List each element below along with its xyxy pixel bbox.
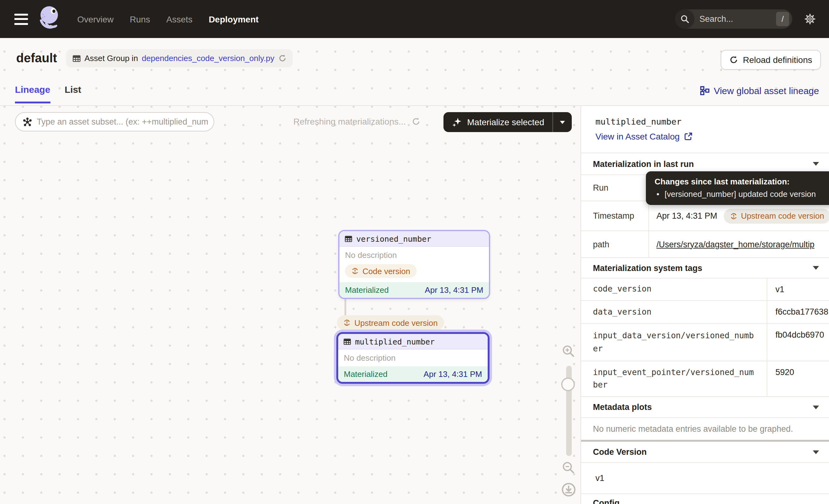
tag-value: f6ccba177638	[767, 301, 829, 323]
tooltip-title: Changes since last materialization:	[655, 177, 825, 186]
asset-node-name: multiplied_number	[355, 337, 435, 346]
asset-node-multiplied-number[interactable]: multiplied_number No description Materia…	[336, 332, 490, 384]
code-location-link[interactable]: dependencies_code_version_only.py	[142, 53, 274, 63]
row-label: path	[581, 231, 649, 257]
section-label: Metadata plots	[593, 402, 652, 412]
reload-definitions-label: Reload definitions	[743, 55, 812, 65]
asset-subset-placeholder: Type an asset subset... (ex: ++multiplie…	[37, 117, 208, 127]
table-icon	[72, 54, 81, 63]
refreshing-status-label: Refreshing materializations...	[293, 116, 406, 127]
download-view-icon[interactable]	[561, 482, 576, 497]
code-version-tag: Code version	[345, 264, 417, 278]
tag-row-input-event-pointer: input_event_pointer/versioned_number 592…	[581, 361, 829, 396]
materialized-timestamp: Apr 13, 4:31 PM	[424, 369, 482, 379]
tag-value: 5920	[767, 361, 829, 396]
row-label: Timestamp	[581, 201, 649, 230]
code-version-value: v1	[581, 462, 829, 494]
tag-key: input_data_version/versioned_number	[581, 324, 767, 361]
reload-location-icon[interactable]	[278, 54, 286, 62]
view-global-asset-lineage-link[interactable]: View global asset lineage	[700, 85, 819, 96]
zoom-controls	[556, 106, 580, 504]
tag-row-input-data-version: input_data_version/versioned_number fb04…	[581, 323, 829, 361]
dagster-logo-icon[interactable]	[36, 3, 64, 35]
asset-graph-icon	[23, 117, 32, 127]
upstream-code-version-edge-tag: Upstream code version	[337, 315, 444, 330]
tag-value: fb04dcb6970	[767, 324, 829, 361]
materialize-selected-button[interactable]: Materialize selected	[443, 112, 552, 132]
asset-node-versioned-number[interactable]: versioned_number No description Code ver…	[338, 230, 490, 299]
zoom-out-icon[interactable]	[562, 461, 575, 474]
table-icon	[345, 235, 353, 243]
external-link-icon	[684, 132, 693, 141]
tab-list[interactable]: List	[65, 84, 81, 103]
zoom-slider-thumb[interactable]	[561, 377, 575, 391]
metadata-plots-empty-text: No numeric metadata entries available to…	[581, 418, 829, 440]
menu-icon[interactable]	[14, 13, 28, 25]
reload-definitions-button[interactable]: Reload definitions	[720, 50, 821, 70]
code-version-tag-label: Code version	[362, 266, 410, 276]
lineage-graph-icon	[700, 86, 710, 95]
chevron-down-icon[interactable]	[813, 266, 819, 270]
tag-value: v1	[767, 279, 829, 300]
asset-subset-input[interactable]: Type an asset subset... (ex: ++multiplie…	[15, 112, 214, 132]
chevron-down-icon[interactable]	[813, 450, 819, 454]
dagster-app: Overview Runs Assets Deployment Search..…	[0, 0, 829, 504]
tag-row-code-version: code_version v1	[581, 278, 829, 300]
view-in-asset-catalog-link[interactable]: View in Asset Catalog	[596, 132, 829, 141]
code-version-icon	[351, 267, 359, 275]
search-icon	[675, 9, 694, 29]
asset-group-chip: Asset Group in dependencies_code_version…	[66, 49, 292, 67]
upstream-code-version-tag: Upstream code version	[723, 208, 829, 223]
gear-icon[interactable]	[804, 13, 816, 25]
changes-tooltip: Changes since last materialization: [ver…	[646, 171, 829, 205]
section-label: Materialization in last run	[593, 159, 694, 169]
search-shortcut-badge: /	[776, 12, 789, 26]
page-header: default Asset Group in dependencies_code…	[0, 38, 829, 106]
nav-item-runs[interactable]: Runs	[130, 14, 150, 24]
tooltip-item: [versioned_number] updated code version	[655, 189, 825, 199]
asset-node-description: No description	[344, 353, 482, 363]
row-label: Run	[581, 175, 649, 201]
chevron-down-icon[interactable]	[813, 405, 819, 409]
nav-item-assets[interactable]: Assets	[166, 14, 192, 24]
asset-node-description: No description	[345, 250, 483, 260]
asset-graph-canvas[interactable]: Type an asset subset... (ex: ++multiplie…	[0, 106, 580, 504]
refreshing-status: Refreshing materializations...	[293, 116, 420, 127]
table-icon	[343, 337, 351, 346]
tab-lineage[interactable]: Lineage	[15, 84, 50, 103]
panel-asset-title: multiplied_number	[596, 116, 829, 127]
path-link[interactable]: /Users/sryza/dagster_home/storage/multip	[656, 240, 814, 249]
table-row-path: path /Users/sryza/dagster_home/storage/m…	[581, 230, 829, 257]
tag-key: code_version	[581, 279, 767, 300]
zoom-in-icon[interactable]	[562, 345, 575, 358]
search-input[interactable]: Search... /	[675, 9, 792, 29]
code-version-icon	[343, 319, 351, 326]
section-materialization-system-tags[interactable]: Materialization system tags	[581, 257, 829, 278]
upstream-code-version-label: Upstream code version	[354, 318, 437, 327]
table-row-timestamp: Timestamp Apr 13, 4:31 PM Upstream code …	[581, 201, 829, 230]
tag-key: data_version	[581, 301, 767, 323]
section-config[interactable]: Config	[581, 494, 829, 504]
section-metadata-plots[interactable]: Metadata plots	[581, 396, 829, 418]
materialize-button-group: Materialize selected	[443, 112, 572, 132]
primary-nav: Overview Runs Assets Deployment	[77, 14, 258, 24]
materialize-selected-label: Materialize selected	[467, 117, 544, 127]
materialized-status: Materialized	[344, 369, 387, 379]
navbar: Overview Runs Assets Deployment Search..…	[0, 0, 829, 38]
search-placeholder: Search...	[699, 14, 776, 24]
nav-item-deployment[interactable]: Deployment	[209, 14, 258, 24]
tag-key: input_event_pointer/versioned_number	[581, 361, 767, 396]
section-code-version[interactable]: Code Version	[581, 442, 829, 462]
chevron-down-icon[interactable]	[813, 162, 819, 166]
nav-item-overview[interactable]: Overview	[77, 14, 114, 24]
view-global-asset-lineage-label: View global asset lineage	[714, 85, 819, 96]
view-tabs: Lineage List	[15, 84, 81, 103]
asset-node-name: versioned_number	[356, 234, 431, 243]
materialized-status: Materialized	[345, 285, 389, 295]
tag-row-data-version: data_version f6ccba177638	[581, 300, 829, 323]
asset-group-prefix: Asset Group in	[84, 53, 138, 63]
sparkle-icon	[452, 117, 462, 128]
code-version-icon	[730, 212, 737, 220]
refresh-icon	[411, 117, 420, 126]
section-label: Materialization system tags	[593, 263, 702, 273]
